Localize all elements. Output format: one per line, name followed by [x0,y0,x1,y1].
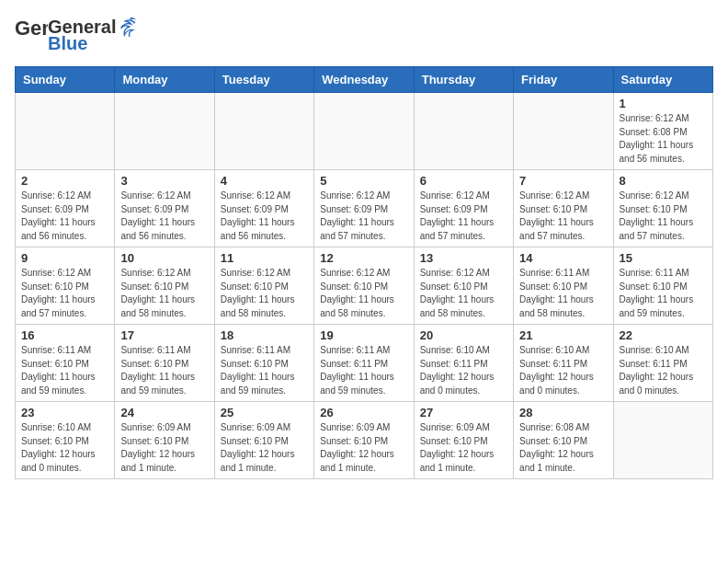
calendar-cell: 14Sunrise: 6:11 AMSunset: 6:10 PMDayligh… [514,247,613,325]
calendar-cell: 20Sunrise: 6:10 AMSunset: 6:11 PMDayligh… [414,325,513,402]
day-info: Sunrise: 6:12 AMSunset: 6:08 PMDaylight:… [620,112,707,166]
calendar-cell: 18Sunrise: 6:11 AMSunset: 6:10 PMDayligh… [214,325,313,402]
day-info: Sunrise: 6:12 AMSunset: 6:10 PMDaylight:… [120,267,208,320]
day-number: 18 [221,328,308,342]
calendar-cell: 28Sunrise: 6:08 AMSunset: 6:10 PMDayligh… [514,402,613,479]
calendar-cell [115,93,214,170]
day-number: 24 [120,406,208,419]
calendar-cell: 9Sunrise: 6:12 AMSunset: 6:10 PMDaylight… [16,247,115,325]
calendar-cell: 25Sunrise: 6:09 AMSunset: 6:10 PMDayligh… [214,402,313,479]
day-number: 23 [21,406,108,419]
calendar-cell: 19Sunrise: 6:11 AMSunset: 6:11 PMDayligh… [314,325,414,402]
logo-bird-icon [118,17,138,37]
calendar-cell: 7Sunrise: 6:12 AMSunset: 6:10 PMDaylight… [514,170,613,247]
logo: General General Blue [15,15,138,55]
calendar-cell: 15Sunrise: 6:11 AMSunset: 6:10 PMDayligh… [613,247,712,325]
day-info: Sunrise: 6:12 AMSunset: 6:09 PMDaylight:… [320,190,407,243]
day-info: Sunrise: 6:09 AMSunset: 6:10 PMDaylight:… [221,421,308,475]
calendar-cell: 16Sunrise: 6:11 AMSunset: 6:10 PMDayligh… [16,325,115,402]
day-info: Sunrise: 6:09 AMSunset: 6:10 PMDaylight:… [120,421,208,475]
day-number: 14 [519,251,607,265]
day-number: 5 [320,174,407,188]
calendar-cell [613,402,712,479]
calendar-cell: 24Sunrise: 6:09 AMSunset: 6:10 PMDayligh… [115,402,214,479]
day-info: Sunrise: 6:12 AMSunset: 6:10 PMDaylight:… [221,267,308,320]
day-info: Sunrise: 6:10 AMSunset: 6:11 PMDaylight:… [620,344,707,397]
day-number: 3 [120,174,208,188]
day-number: 11 [221,251,308,265]
day-info: Sunrise: 6:12 AMSunset: 6:09 PMDaylight:… [120,190,208,243]
week-row-1: 1Sunrise: 6:12 AMSunset: 6:08 PMDaylight… [16,93,713,170]
calendar-cell: 23Sunrise: 6:10 AMSunset: 6:10 PMDayligh… [16,402,115,479]
calendar-cell: 21Sunrise: 6:10 AMSunset: 6:11 PMDayligh… [514,325,613,402]
week-row-3: 9Sunrise: 6:12 AMSunset: 6:10 PMDaylight… [16,247,713,325]
weekday-header-sunday: Sunday [16,67,115,93]
header: General General Blue [15,15,713,55]
logo-text: General Blue [48,17,138,53]
day-info: Sunrise: 6:12 AMSunset: 6:10 PMDaylight:… [21,267,108,320]
day-number: 1 [620,97,707,110]
day-number: 28 [519,406,607,419]
calendar-cell: 22Sunrise: 6:10 AMSunset: 6:11 PMDayligh… [613,325,712,402]
day-info: Sunrise: 6:12 AMSunset: 6:09 PMDaylight:… [21,190,108,243]
weekday-header-thursday: Thursday [414,67,513,93]
day-number: 6 [420,174,507,188]
calendar-cell [514,93,613,170]
weekday-header-tuesday: Tuesday [214,67,313,93]
day-info: Sunrise: 6:12 AMSunset: 6:09 PMDaylight:… [420,190,507,243]
day-info: Sunrise: 6:11 AMSunset: 6:11 PMDaylight:… [320,344,407,397]
svg-text:General: General [15,17,48,40]
day-number: 25 [221,406,308,419]
day-info: Sunrise: 6:09 AMSunset: 6:10 PMDaylight:… [420,421,507,475]
day-info: Sunrise: 6:10 AMSunset: 6:11 PMDaylight:… [420,344,507,397]
day-number: 4 [221,174,308,188]
day-number: 15 [620,251,707,265]
calendar-cell: 1Sunrise: 6:12 AMSunset: 6:08 PMDaylight… [613,93,712,170]
calendar-cell: 11Sunrise: 6:12 AMSunset: 6:10 PMDayligh… [214,247,313,325]
calendar: SundayMondayTuesdayWednesdayThursdayFrid… [15,66,713,479]
day-number: 8 [620,174,707,188]
day-number: 20 [420,328,507,342]
day-number: 10 [120,251,208,265]
calendar-cell [214,93,313,170]
day-info: Sunrise: 6:12 AMSunset: 6:10 PMDaylight:… [620,190,707,243]
calendar-cell: 5Sunrise: 6:12 AMSunset: 6:09 PMDaylight… [314,170,414,247]
day-info: Sunrise: 6:12 AMSunset: 6:10 PMDaylight:… [420,267,507,320]
day-number: 27 [420,406,507,419]
calendar-cell: 8Sunrise: 6:12 AMSunset: 6:10 PMDaylight… [613,170,712,247]
week-row-5: 23Sunrise: 6:10 AMSunset: 6:10 PMDayligh… [16,402,713,479]
day-number: 26 [320,406,407,419]
calendar-cell: 10Sunrise: 6:12 AMSunset: 6:10 PMDayligh… [115,247,214,325]
weekday-header-saturday: Saturday [613,67,712,93]
day-info: Sunrise: 6:11 AMSunset: 6:10 PMDaylight:… [221,344,308,397]
calendar-cell: 12Sunrise: 6:12 AMSunset: 6:10 PMDayligh… [314,247,414,325]
week-row-2: 2Sunrise: 6:12 AMSunset: 6:09 PMDaylight… [16,170,713,247]
day-number: 12 [320,251,407,265]
calendar-cell [414,93,513,170]
calendar-cell: 6Sunrise: 6:12 AMSunset: 6:09 PMDaylight… [414,170,513,247]
day-info: Sunrise: 6:12 AMSunset: 6:10 PMDaylight:… [519,190,607,243]
day-number: 7 [519,174,607,188]
day-info: Sunrise: 6:08 AMSunset: 6:10 PMDaylight:… [519,421,607,475]
calendar-cell: 26Sunrise: 6:09 AMSunset: 6:10 PMDayligh… [314,402,414,479]
calendar-cell: 13Sunrise: 6:12 AMSunset: 6:10 PMDayligh… [414,247,513,325]
day-number: 16 [21,328,108,342]
day-number: 17 [120,328,208,342]
day-info: Sunrise: 6:11 AMSunset: 6:10 PMDaylight:… [620,267,707,320]
week-row-4: 16Sunrise: 6:11 AMSunset: 6:10 PMDayligh… [16,325,713,402]
weekday-header-monday: Monday [115,67,214,93]
day-number: 2 [21,174,108,188]
day-info: Sunrise: 6:09 AMSunset: 6:10 PMDaylight:… [320,421,407,475]
weekday-header-friday: Friday [514,67,613,93]
weekday-header-row: SundayMondayTuesdayWednesdayThursdayFrid… [16,67,713,93]
day-number: 13 [420,251,507,265]
logo-mark: General [15,15,48,55]
day-info: Sunrise: 6:10 AMSunset: 6:11 PMDaylight:… [519,344,607,397]
day-number: 19 [320,328,407,342]
calendar-cell: 2Sunrise: 6:12 AMSunset: 6:09 PMDaylight… [16,170,115,247]
day-number: 22 [620,328,707,342]
calendar-cell [16,93,115,170]
calendar-cell: 27Sunrise: 6:09 AMSunset: 6:10 PMDayligh… [414,402,513,479]
day-info: Sunrise: 6:11 AMSunset: 6:10 PMDaylight:… [519,267,607,320]
day-info: Sunrise: 6:12 AMSunset: 6:09 PMDaylight:… [221,190,308,243]
